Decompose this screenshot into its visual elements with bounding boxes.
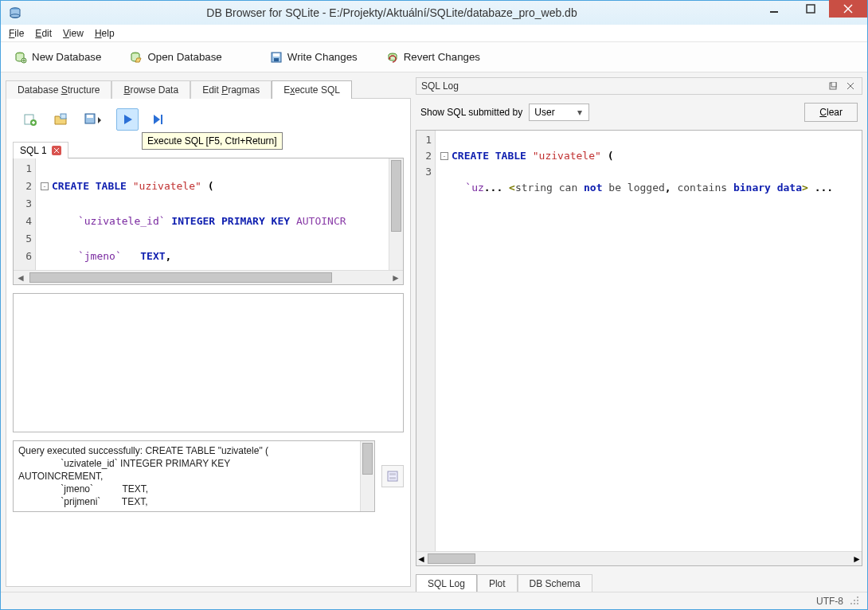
sql-log-editor[interactable]: 1 2 3 -CREATE TABLE "uzivatele" ( `uz...…	[416, 130, 862, 566]
sql-log-dock-title: SQL Log	[416, 77, 862, 95]
write-changes-button[interactable]: Write Changes	[261, 47, 366, 68]
dock-close-icon[interactable]	[844, 80, 857, 92]
menu-view[interactable]: View	[63, 28, 84, 39]
clear-log-button[interactable]: Clear	[804, 103, 858, 122]
open-database-button[interactable]: Open Database	[121, 47, 230, 68]
right-pane: SQL Log Show SQL submitted by User ▾ Cle…	[416, 72, 867, 592]
filter-label: Show SQL submitted by	[420, 107, 522, 118]
main-toolbar: New Database Open Database Write Changes…	[1, 42, 867, 72]
left-tabs: Database Structure Browse Data Edit Prag…	[6, 77, 411, 98]
window-controls	[756, 1, 867, 25]
svg-rect-19	[61, 114, 66, 119]
svg-rect-29	[831, 82, 836, 87]
combo-caret-icon: ▾	[574, 107, 585, 118]
svg-rect-12	[273, 53, 280, 57]
open-sql-file-button[interactable]	[49, 108, 72, 131]
log-code: -CREATE TABLE "uzivatele" ( `uz... <stri…	[436, 131, 862, 551]
tab-db-schema[interactable]: DB Schema	[518, 574, 592, 592]
open-database-label: Open Database	[147, 51, 221, 63]
menu-file[interactable]: File	[9, 28, 24, 39]
status-message-text: Query executed successfully: CREATE TABL…	[14, 441, 360, 511]
execute-sql-panel: Execute SQL [F5, Ctrl+Return] SQL 1 1 2	[6, 98, 411, 587]
editor-code[interactable]: -CREATE TABLE "uzivatele" ( `uzivatele_i…	[36, 158, 389, 270]
svg-rect-26	[389, 473, 396, 475]
svg-rect-22	[161, 115, 162, 124]
svg-rect-27	[389, 477, 396, 479]
minimize-button[interactable]	[756, 0, 792, 18]
main-area: Database Structure Browse Data Edit Prag…	[1, 72, 867, 592]
status-bar: UTF-8	[1, 592, 867, 609]
svg-rect-21	[87, 115, 93, 118]
submitted-by-value: User	[534, 107, 554, 118]
sql-log-toolbar: Show SQL submitted by User ▾ Clear	[416, 95, 862, 130]
tab-plot[interactable]: Plot	[477, 574, 518, 592]
write-changes-label: Write Changes	[287, 51, 358, 63]
svg-rect-13	[274, 58, 279, 61]
close-sql-tab-icon[interactable]	[52, 146, 61, 155]
submitted-by-combo[interactable]: User ▾	[529, 104, 588, 121]
new-database-icon	[14, 51, 27, 64]
open-database-icon	[130, 51, 143, 64]
window-title: DB Browser for SQLite - E:/Projekty/Aktu…	[28, 6, 756, 19]
menu-edit[interactable]: Edit	[35, 28, 52, 39]
results-grid-placeholder	[13, 293, 404, 432]
execute-current-line-button[interactable]	[147, 108, 169, 131]
menu-help[interactable]: Help	[95, 28, 115, 39]
svg-line-5	[844, 5, 852, 13]
title-bar: DB Browser for SQLite - E:/Projekty/Aktu…	[1, 1, 867, 25]
close-button[interactable]	[829, 0, 867, 18]
maximize-button[interactable]	[792, 0, 829, 18]
left-pane: Database Structure Browse Data Edit Prag…	[1, 72, 411, 592]
status-message-box: Query executed successfully: CREATE TABL…	[13, 440, 375, 512]
app-window: DB Browser for SQLite - E:/Projekty/Aktu…	[0, 0, 868, 610]
save-sql-button[interactable]	[80, 108, 108, 131]
sql-tab-1-label: SQL 1	[20, 145, 47, 156]
log-horizontal-scrollbar[interactable]: ◄►	[416, 551, 862, 565]
dock-float-icon[interactable]	[827, 80, 839, 92]
execute-sql-button[interactable]	[116, 108, 139, 131]
app-icon	[9, 6, 22, 19]
save-results-button[interactable]	[381, 465, 404, 487]
encoding-label: UTF-8	[816, 596, 843, 607]
svg-line-4	[844, 5, 852, 13]
sql-tab-1[interactable]: SQL 1	[13, 142, 68, 158]
tab-browse-data[interactable]: Browse Data	[111, 80, 190, 99]
sql-editor[interactable]: 1 2 3 4 5 6 7 -CREATE TABLE "uzivatele" …	[13, 158, 404, 285]
revert-changes-button[interactable]: Revert Changes	[377, 47, 489, 68]
right-bottom-tabs: SQL Log Plot DB Schema	[416, 571, 862, 592]
svg-rect-3	[807, 5, 815, 13]
editor-vertical-scrollbar[interactable]	[389, 158, 403, 270]
sql-toolbar: Execute SQL [F5, Ctrl+Return]	[13, 105, 404, 139]
execute-sql-tooltip: Execute SQL [F5, Ctrl+Return]	[142, 132, 283, 150]
svg-rect-25	[388, 471, 397, 481]
log-gutter: 1 2 3	[416, 131, 436, 551]
write-changes-icon	[270, 51, 283, 64]
new-database-label: New Database	[32, 51, 101, 63]
editor-horizontal-scrollbar[interactable]: ◄►	[14, 270, 403, 284]
tab-database-structure[interactable]: Database Structure	[6, 80, 111, 99]
new-database-button[interactable]: New Database	[6, 47, 110, 68]
resize-grip-icon[interactable]	[850, 596, 861, 607]
new-sql-tab-button[interactable]	[19, 108, 41, 131]
tab-edit-pragmas[interactable]: Edit Pragmas	[190, 80, 272, 99]
status-scrollbar[interactable]	[360, 441, 374, 511]
menu-bar: File Edit View Help	[1, 25, 867, 42]
sql-log-title-label: SQL Log	[421, 80, 822, 92]
tab-sql-log[interactable]: SQL Log	[416, 574, 477, 592]
revert-changes-label: Revert Changes	[404, 51, 480, 63]
editor-gutter: 1 2 3 4 5 6 7	[14, 158, 36, 270]
revert-changes-icon	[386, 51, 399, 64]
tab-execute-sql[interactable]: Execute SQL	[272, 80, 352, 99]
